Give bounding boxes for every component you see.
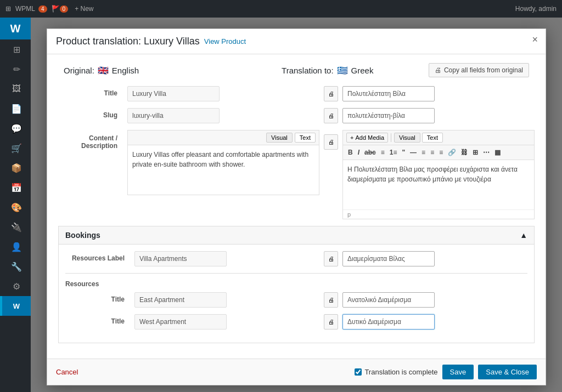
resources-label-original-input[interactable] bbox=[134, 251, 227, 266]
save-close-button[interactable]: Save & Close bbox=[478, 365, 537, 379]
bookings-collapse-icon[interactable]: ▲ bbox=[520, 231, 527, 240]
more-button[interactable]: ⋯ bbox=[481, 147, 491, 157]
sidebar-item-comments[interactable]: 💬 bbox=[0, 118, 31, 138]
sidebar-item-plugins[interactable]: 🔌 bbox=[0, 217, 31, 237]
align-left-button[interactable]: ≡ bbox=[420, 147, 427, 157]
add-media-icon: + bbox=[350, 134, 353, 141]
slug-original-input[interactable] bbox=[127, 108, 220, 123]
bookings-section: Bookings ▲ Resources Label bbox=[58, 226, 535, 343]
hr-button[interactable]: — bbox=[408, 147, 418, 157]
slug-translation-input-wrapper bbox=[342, 108, 535, 123]
visual-btn-original[interactable]: Visual bbox=[266, 133, 293, 143]
resource-2-original-wrapper bbox=[134, 314, 319, 329]
sidebar-item-users[interactable]: 👤 bbox=[0, 237, 31, 257]
translation-modal: Product translation: Luxury Villas View … bbox=[47, 29, 546, 385]
blockquote-button[interactable]: " bbox=[400, 147, 407, 157]
insert-table-button[interactable]: ⊞ bbox=[471, 147, 480, 157]
ordered-list-button[interactable]: 1≡ bbox=[388, 147, 399, 157]
sidebar-item-woo[interactable]: 🛒 bbox=[0, 138, 31, 158]
toolbar-separator bbox=[391, 133, 391, 142]
resources-label-row: Resources Label 🖨 bbox=[65, 251, 527, 266]
sidebar: W ⊞ ✏ 🖼 📄 💬 🛒 📦 📅 🎨 🔌 👤 🔧 ⚙ W bbox=[0, 18, 31, 392]
modal-close-button[interactable]: × bbox=[532, 35, 538, 44]
resource-1-original-wrapper bbox=[134, 292, 319, 308]
resources-section: Resources Title 🖨 bbox=[65, 280, 527, 329]
resource-1-translation-input[interactable] bbox=[342, 292, 435, 308]
view-product-link[interactable]: View Product bbox=[204, 37, 246, 46]
resource-2-original-input[interactable] bbox=[134, 314, 227, 329]
media-icon: 🖼 bbox=[12, 84, 21, 94]
admin-bar-wpml: ⊞ bbox=[5, 5, 11, 13]
content-original-editor: Visual Text Luxury Villas offer pleasant… bbox=[127, 130, 319, 195]
users-icon: 👤 bbox=[11, 242, 22, 252]
products-icon: 📦 bbox=[11, 163, 22, 173]
align-right-button[interactable]: ≡ bbox=[437, 147, 445, 157]
original-label: Original: bbox=[64, 66, 94, 75]
resource-1-copy-button[interactable]: 🖨 bbox=[324, 292, 338, 308]
resources-section-label: Resources bbox=[65, 280, 527, 288]
content-original-toolbar: Visual Text bbox=[128, 130, 319, 145]
admin-bar-new[interactable]: + New bbox=[75, 5, 93, 13]
italic-button[interactable]: I bbox=[356, 147, 361, 157]
cancel-link[interactable]: Cancel bbox=[56, 368, 78, 376]
strikethrough-button[interactable]: abc bbox=[363, 147, 378, 157]
resource-1-row: Title 🖨 bbox=[65, 292, 527, 308]
admin-bar-howdy: Howdy, admin bbox=[515, 5, 557, 13]
sidebar-item-dashboard[interactable]: ⊞ bbox=[0, 39, 31, 59]
resource-2-copy-button[interactable]: 🖨 bbox=[324, 314, 338, 329]
slug-copy-button[interactable]: 🖨 bbox=[324, 108, 338, 123]
plugins-icon: 🔌 bbox=[11, 222, 22, 232]
wpml-icon: W bbox=[13, 302, 20, 310]
save-button[interactable]: Save bbox=[442, 365, 474, 379]
comments-icon: 💬 bbox=[11, 123, 22, 134]
sidebar-item-tools[interactable]: 🔧 bbox=[0, 257, 31, 276]
text-btn-translation[interactable]: Text bbox=[422, 133, 443, 143]
add-media-button[interactable]: + Add Media bbox=[346, 133, 388, 143]
translation-complete-label[interactable]: Translation is complete bbox=[355, 368, 437, 376]
resources-label-copy-button[interactable]: 🖨 bbox=[324, 251, 338, 266]
settings-icon: ⚙ bbox=[13, 281, 20, 292]
content-translation-text[interactable]: Η Πολυτελέστατη Βίλα μας προσφέρει ευχάρ… bbox=[343, 160, 534, 209]
bookings-section-label: Bookings bbox=[65, 231, 100, 240]
title-translation-input[interactable] bbox=[342, 86, 435, 101]
content-label: Content /Description bbox=[58, 130, 124, 150]
posts-icon: ✏ bbox=[13, 64, 20, 75]
content-original-text: Luxury Villas offer pleasant and comfort… bbox=[128, 145, 319, 195]
title-original-input[interactable] bbox=[127, 86, 220, 101]
modal-title: Product translation: Luxury Villas bbox=[56, 36, 200, 47]
resources-label-translation-input[interactable] bbox=[342, 251, 435, 266]
original-flag: 🇬🇧 bbox=[98, 65, 109, 76]
link-button[interactable]: 🔗 bbox=[446, 147, 458, 157]
resources-label-original-wrapper bbox=[134, 251, 319, 266]
bold-button[interactable]: B bbox=[346, 147, 355, 157]
align-center-button[interactable]: ≡ bbox=[429, 147, 436, 157]
translation-complete-text: Translation is complete bbox=[364, 368, 437, 376]
resource-1-title-label: Title bbox=[65, 292, 131, 303]
slug-label: Slug bbox=[58, 108, 124, 119]
slug-translation-input[interactable] bbox=[342, 108, 435, 123]
title-copy-button[interactable]: 🖨 bbox=[324, 86, 338, 101]
unordered-list-button[interactable]: ≡ bbox=[379, 147, 386, 157]
sidebar-item-bookings[interactable]: 📅 bbox=[0, 178, 31, 197]
sidebar-item-settings[interactable]: ⚙ bbox=[0, 276, 31, 296]
visual-btn-translation[interactable]: Visual bbox=[394, 133, 420, 143]
content-translation-editor[interactable]: + Add Media Visual Text B I abc bbox=[342, 130, 535, 219]
resource-1-original-input[interactable] bbox=[134, 292, 227, 308]
add-media-label: Add Media bbox=[355, 134, 384, 141]
sidebar-item-pages[interactable]: 📄 bbox=[0, 99, 31, 118]
sidebar-item-media[interactable]: 🖼 bbox=[0, 79, 31, 99]
content-copy-button[interactable]: 🖨 bbox=[324, 134, 338, 150]
resource-2-translation-input[interactable] bbox=[342, 314, 435, 329]
text-btn-original[interactable]: Text bbox=[295, 133, 316, 143]
sidebar-item-wpml[interactable]: W bbox=[0, 296, 31, 316]
unlink-button[interactable]: ⛓ bbox=[459, 147, 469, 157]
sidebar-item-products[interactable]: 📦 bbox=[0, 158, 31, 178]
title-field-row: Title 🖨 bbox=[58, 86, 535, 101]
appearance-icon: 🎨 bbox=[11, 202, 22, 213]
translation-complete-checkbox[interactable] bbox=[355, 368, 362, 376]
sidebar-item-posts[interactable]: ✏ bbox=[0, 59, 31, 79]
p-indicator: p bbox=[343, 209, 534, 219]
sidebar-item-appearance[interactable]: 🎨 bbox=[0, 197, 31, 217]
copy-all-fields-button[interactable]: 🖨 Copy all fields from original bbox=[429, 63, 529, 77]
table-button[interactable]: ▦ bbox=[493, 147, 502, 157]
